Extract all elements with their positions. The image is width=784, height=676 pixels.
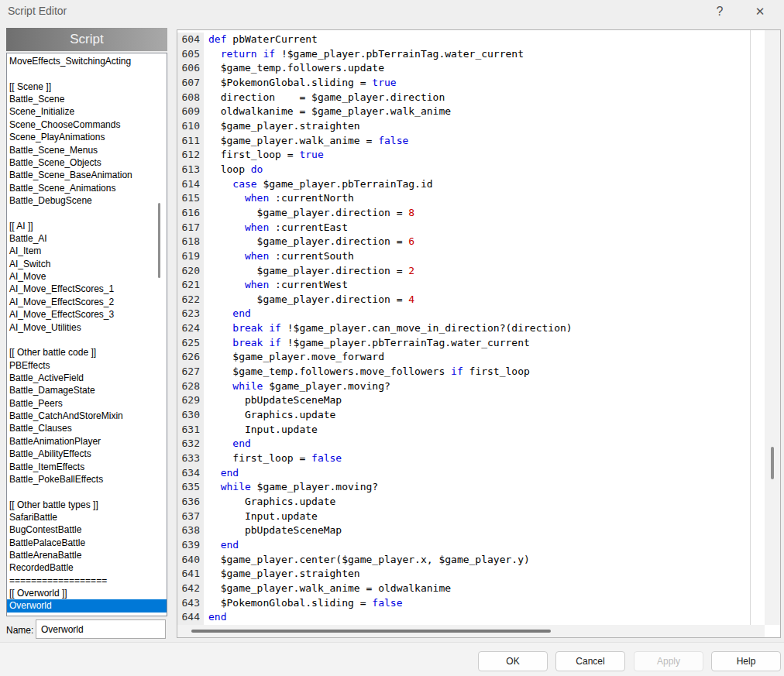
horizontal-scrollbar-thumb[interactable] xyxy=(191,630,551,633)
code-line: 633 first_loop = false xyxy=(177,451,765,466)
vertical-scrollbar-thumb[interactable] xyxy=(771,447,774,479)
script-list-item[interactable]: ================== xyxy=(7,575,167,587)
script-list-item[interactable]: [[ Other battle types ]] xyxy=(7,499,167,511)
script-list-item[interactable]: Battle_AI xyxy=(7,232,167,245)
script-list-item[interactable]: [[ Scene ]] xyxy=(7,81,167,93)
line-number: 639 xyxy=(177,538,204,553)
code-text: first_loop = true xyxy=(204,148,324,163)
script-list-item[interactable]: Battle_ActiveField xyxy=(7,372,167,384)
code-editor[interactable]: 604def pbWaterCurrent605 return if !$gam… xyxy=(177,29,781,638)
code-line: 610 $game_player.straighten xyxy=(177,119,765,134)
script-list-item[interactable]: AI_Item xyxy=(7,245,167,257)
line-number: 606 xyxy=(177,61,204,76)
line-number: 617 xyxy=(177,221,204,235)
script-list-item[interactable]: AI_Move xyxy=(7,270,167,283)
script-list-item[interactable]: PBEffects xyxy=(7,359,167,372)
horizontal-scrollbar[interactable] xyxy=(177,625,765,637)
name-input[interactable] xyxy=(36,619,166,639)
code-line: 615 when :currentNorth xyxy=(177,191,765,206)
code-text: Graphics.update xyxy=(204,495,335,510)
script-list-item[interactable]: AI_Move_Utilities xyxy=(7,321,167,334)
apply-button[interactable]: Apply xyxy=(634,651,703,671)
line-number: 613 xyxy=(177,163,204,177)
script-list-item[interactable]: AI_Move_EffectScores_3 xyxy=(7,308,167,321)
script-list-item[interactable]: Battle_AbilityEffects xyxy=(7,448,167,460)
line-number: 623 xyxy=(177,307,204,321)
code-text: direction = $game_player.direction xyxy=(204,91,445,105)
script-list-item[interactable] xyxy=(7,67,167,80)
script-list-item[interactable]: Scene_PlayAnimations xyxy=(7,131,167,143)
script-list-item[interactable]: BattleAnimationPlayer xyxy=(7,435,167,448)
vertical-scrollbar[interactable] xyxy=(765,30,780,625)
code-line: 626 $game_player.move_forward xyxy=(177,350,765,365)
code-text: pbUpdateSceneMap xyxy=(204,393,342,408)
script-list-item[interactable] xyxy=(7,486,167,498)
code-text: break if !$game_player.pbTerrainTag.wate… xyxy=(204,336,530,351)
help-icon[interactable]: ? xyxy=(708,2,731,22)
script-list-item[interactable]: Scene_ChooseCommands xyxy=(7,118,167,131)
code-line: 606 $game_temp.followers.update xyxy=(177,61,765,76)
script-list-item[interactable]: SafariBattle xyxy=(7,511,167,523)
script-list-item[interactable] xyxy=(7,207,167,219)
script-list-item[interactable]: MoveEffects_SwitchingActing xyxy=(7,55,167,67)
cancel-button[interactable]: Cancel xyxy=(555,651,625,671)
script-list-item[interactable]: Battle_Clauses xyxy=(7,422,167,434)
script-list-item[interactable]: Battle_ItemEffects xyxy=(7,461,167,473)
line-number: 614 xyxy=(177,177,204,192)
script-list-item[interactable]: Battle_DebugScene xyxy=(7,194,167,207)
line-number: 632 xyxy=(177,437,204,451)
script-list-item[interactable]: Battle_Peers xyxy=(7,397,167,410)
line-number: 608 xyxy=(177,91,204,105)
line-number: 628 xyxy=(177,379,204,394)
code-text: Input.update xyxy=(204,423,318,438)
script-list-item[interactable]: BattleArenaBattle xyxy=(7,549,167,561)
code-line: 637 Input.update xyxy=(177,510,765,524)
script-list-item[interactable]: Battle_Scene_Animations xyxy=(7,182,167,194)
line-number: 631 xyxy=(177,423,204,438)
script-list-item[interactable]: BugContestBattle xyxy=(7,523,167,536)
script-list[interactable]: MoveEffects_SwitchingActing [[ Scene ]]B… xyxy=(6,53,167,616)
script-list-item[interactable]: AI_Move_EffectScores_1 xyxy=(7,283,167,295)
script-list-item[interactable]: Battle_PokeBallEffects xyxy=(7,473,167,486)
code-line: 614 case $game_player.pbTerrainTag.id xyxy=(177,177,765,192)
code-text: when :currentEast xyxy=(204,221,348,235)
script-list-item[interactable]: AI_Switch xyxy=(7,258,167,270)
code-line: 605 return if !$game_player.pbTerrainTag… xyxy=(177,47,765,62)
code-line: 636 Graphics.update xyxy=(177,495,765,510)
code-line: 627 $game_temp.followers.move_followers … xyxy=(177,365,765,379)
close-icon[interactable]: ✕ xyxy=(748,2,772,22)
code-text: end xyxy=(204,437,251,451)
code-line: 639 end xyxy=(177,538,765,553)
script-list-item[interactable]: [[ AI ]] xyxy=(7,220,167,232)
code-text: loop do xyxy=(204,163,263,177)
code-line: 628 while $game_player.moving? xyxy=(177,379,765,394)
code-area[interactable]: 604def pbWaterCurrent605 return if !$gam… xyxy=(177,30,765,625)
script-list-item[interactable]: BattlePalaceBattle xyxy=(7,537,167,549)
script-list-item[interactable]: Battle_Scene_Objects xyxy=(7,156,167,169)
code-text: $game_player.walk_anime = oldwalkanime xyxy=(204,582,451,596)
ok-button[interactable]: OK xyxy=(478,651,548,671)
script-list-scrollbar-thumb[interactable] xyxy=(158,203,160,278)
script-list-item[interactable]: Overworld xyxy=(7,599,167,612)
script-list-item[interactable]: [[ Other battle code ]] xyxy=(7,346,167,359)
help-button[interactable]: Help xyxy=(711,651,781,671)
script-list-item[interactable]: Scene_Initialize xyxy=(7,105,167,118)
code-text: when :currentNorth xyxy=(204,191,354,206)
line-number: 643 xyxy=(177,596,204,611)
script-list-item[interactable]: Battle_Scene_Menus xyxy=(7,144,167,156)
script-list-item[interactable]: [[ Overworld ]] xyxy=(7,587,167,599)
script-list-item[interactable]: Battle_Scene xyxy=(7,93,167,105)
button-bar-divider xyxy=(0,642,784,643)
name-label: Name: xyxy=(6,625,33,636)
script-list-item[interactable]: Battle_CatchAndStoreMixin xyxy=(7,410,167,422)
code-text: return if !$game_player.pbTerrainTag.wat… xyxy=(204,47,524,62)
script-list-item[interactable]: RecordedBattle xyxy=(7,561,167,574)
script-list-item[interactable]: Battle_Scene_BaseAnimation xyxy=(7,169,167,181)
code-text: $game_temp.followers.move_followers if f… xyxy=(204,365,530,379)
script-list-item[interactable] xyxy=(7,334,167,346)
code-text: $game_player.center($game_player.x, $gam… xyxy=(204,553,530,568)
script-list-item[interactable]: Battle_DamageState xyxy=(7,384,167,396)
code-line: 640 $game_player.center($game_player.x, … xyxy=(177,553,765,568)
script-list-item[interactable]: AI_Move_EffectScores_2 xyxy=(7,296,167,308)
code-text: def pbWaterCurrent xyxy=(204,33,318,47)
